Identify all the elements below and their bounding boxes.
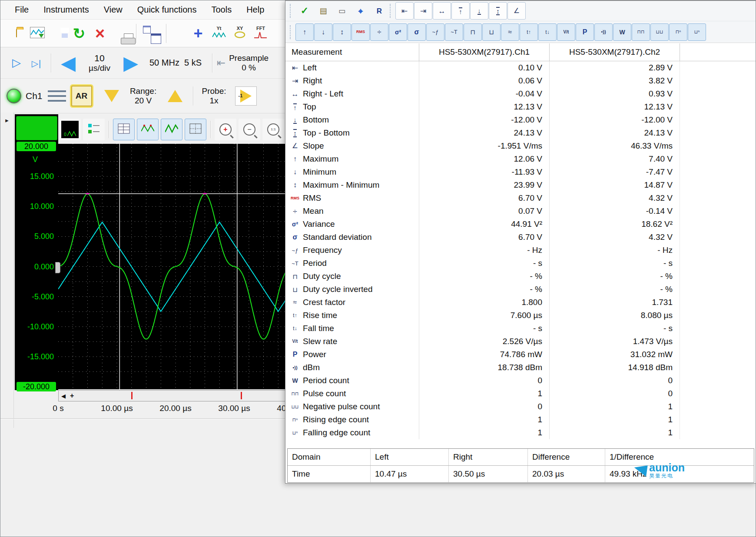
zoom-out-button[interactable]: − bbox=[239, 119, 260, 140]
minimum-button[interactable]: ↓ bbox=[314, 23, 332, 41]
frequency-button[interactable]: ~ƒ bbox=[426, 23, 444, 41]
axis-channel-header[interactable] bbox=[16, 116, 57, 140]
pulse-count-button[interactable]: ⊓⊓ bbox=[632, 23, 650, 41]
top-bottom-button[interactable]: ↕ bbox=[489, 2, 507, 20]
range-decrease-button[interactable] bbox=[104, 90, 119, 102]
toolbar-gripper[interactable] bbox=[290, 4, 292, 18]
measurement-row[interactable]: ↕Top - Bottom24.13 V24.13 V bbox=[285, 126, 756, 139]
measurement-row[interactable]: ⊓Duty cycle- %- % bbox=[285, 270, 756, 283]
slew-rate-button[interactable]: V/t bbox=[557, 23, 575, 41]
right-button[interactable]: ⇥ bbox=[414, 2, 432, 20]
top-button[interactable]: ↑ bbox=[451, 2, 470, 20]
scroll-left-icon[interactable] bbox=[61, 392, 66, 400]
accept-button[interactable]: ✓ bbox=[295, 2, 314, 20]
refresh-button[interactable]: ↻ bbox=[69, 22, 89, 45]
measurement-row[interactable]: PPower74.786 mW31.032 mW bbox=[285, 348, 756, 361]
toolbar-gripper[interactable] bbox=[290, 25, 292, 39]
measurement-row[interactable]: ⇤Left0.10 V2.89 V bbox=[285, 61, 756, 74]
delete-button[interactable]: × bbox=[90, 22, 110, 45]
add-graph-button[interactable]: + bbox=[188, 22, 208, 45]
xy-graph-button[interactable]: XY bbox=[230, 22, 250, 45]
menu-item-tools[interactable]: Tools bbox=[204, 0, 239, 19]
measurement-row[interactable]: ↑Maximum12.06 V7.40 V bbox=[285, 152, 756, 166]
fall-time-button[interactable]: t↓ bbox=[538, 23, 557, 41]
measurement-row[interactable]: ↑Top12.13 V12.13 V bbox=[285, 100, 756, 113]
measurement-row[interactable]: t↑Rise time7.600 µs8.080 µs bbox=[285, 309, 756, 322]
amplifier-button[interactable]: -1 bbox=[235, 86, 257, 106]
print-button[interactable] bbox=[111, 22, 131, 45]
measurement-row[interactable]: ÷Mean0.07 V-0.14 V bbox=[285, 205, 756, 218]
measurement-row[interactable]: ~TPeriod- s- s bbox=[285, 257, 756, 270]
duty-cycle-inverted-button[interactable]: ⊔ bbox=[482, 23, 501, 41]
channel-enabled-led[interactable] bbox=[7, 89, 21, 103]
window-layout-button[interactable] bbox=[141, 22, 161, 45]
rising-edge-count-button[interactable]: ⊓ⁿ bbox=[669, 23, 687, 41]
save-button[interactable] bbox=[48, 22, 68, 45]
reset-button[interactable]: R bbox=[370, 2, 388, 20]
measurement-row[interactable]: ↓Bottom-12.00 V-12.00 V bbox=[285, 113, 756, 126]
oneshot-button[interactable] bbox=[27, 52, 46, 74]
zoom-one-to-one-button[interactable]: 1:1 bbox=[262, 119, 284, 140]
measurement-row[interactable]: WPeriod count00 bbox=[285, 374, 756, 387]
range-increase-button[interactable] bbox=[168, 90, 182, 102]
peak-markers-button[interactable] bbox=[137, 119, 159, 140]
right-left-button[interactable]: ↔ bbox=[433, 2, 451, 20]
toolbar-gripper[interactable] bbox=[390, 4, 392, 18]
coupling-icon[interactable] bbox=[48, 90, 66, 102]
menu-item-instruments[interactable]: Instruments bbox=[36, 0, 96, 19]
measurement-row[interactable]: ≈Crest factor1.8001.731 bbox=[285, 296, 756, 309]
menu-item-quick-functions[interactable]: Quick functions bbox=[130, 0, 204, 19]
pin-button[interactable]: ⌖ bbox=[351, 2, 370, 20]
bottom-button[interactable]: ↓ bbox=[470, 2, 488, 20]
measurement-row[interactable]: ⊔Duty cycle inverted- %- % bbox=[285, 283, 756, 296]
cursor-right-marker[interactable] bbox=[241, 392, 242, 399]
measurement-row[interactable]: t↓Fall time- s- s bbox=[285, 322, 756, 335]
measurement-row[interactable]: ↓Minimum-11.93 V-7.47 V bbox=[285, 166, 756, 179]
duty-cycle-button[interactable]: ⊓ bbox=[464, 23, 482, 41]
grid-toggle-button[interactable] bbox=[185, 119, 206, 140]
measurement-row[interactable]: ~ƒFrequency- Hz- Hz bbox=[285, 244, 756, 257]
rise-time-button[interactable]: t↑ bbox=[520, 23, 538, 41]
measurement-row[interactable]: σStandard deviation6.70 V4.32 V bbox=[285, 231, 756, 244]
variance-button[interactable]: σ² bbox=[389, 23, 407, 41]
trigger-position-icon[interactable] bbox=[70, 392, 74, 400]
load-waveform-button[interactable] bbox=[27, 22, 47, 45]
measurement-row[interactable]: ⊔ⁿFalling edge count11 bbox=[285, 426, 756, 439]
crest-factor-button[interactable]: ≈ bbox=[501, 23, 519, 41]
start-button[interactable] bbox=[7, 52, 27, 74]
timebase-decrease-button[interactable] bbox=[56, 51, 81, 75]
panel-expand-button[interactable] bbox=[2, 115, 12, 126]
measurement-row[interactable]: ↕Maximum - Minimum23.99 V14.87 V bbox=[285, 179, 756, 192]
measurement-row[interactable]: ⇥Right0.06 V3.82 V bbox=[285, 74, 756, 87]
measurement-row[interactable]: V/tSlew rate2.526 V/µs1.473 V/µs bbox=[285, 335, 756, 348]
slope-button[interactable]: ∠ bbox=[507, 2, 526, 20]
maximum-minimum-button[interactable]: ↕ bbox=[333, 23, 351, 41]
measurement-row[interactable]: ⊔⊔Negative pulse count01 bbox=[285, 400, 756, 413]
cursor-left-marker[interactable] bbox=[131, 392, 133, 399]
falling-edge-count-button[interactable]: ⊔ⁿ bbox=[688, 23, 706, 41]
legend-button[interactable] bbox=[83, 119, 105, 140]
mean-button[interactable]: ÷ bbox=[370, 23, 388, 41]
left-button[interactable]: ⇤ bbox=[395, 2, 414, 20]
autorange-button[interactable]: AR bbox=[71, 86, 92, 106]
ruler-button[interactable]: ▭ bbox=[333, 2, 351, 20]
yt-graph-button[interactable]: Yt bbox=[209, 22, 229, 45]
measurement-row[interactable]: •))dBm18.738 dBm14.918 dBm bbox=[285, 361, 756, 374]
period-count-button[interactable]: W bbox=[613, 23, 631, 41]
time-scrollbar[interactable] bbox=[58, 390, 286, 401]
standard-deviation-button[interactable]: σ bbox=[408, 23, 426, 41]
fft-graph-button[interactable]: FFT bbox=[251, 22, 271, 45]
menu-item-help[interactable]: Help bbox=[239, 0, 272, 19]
measurement-row[interactable]: ↔Right - Left-0.04 V0.93 V bbox=[285, 87, 756, 100]
open-button[interactable] bbox=[7, 22, 27, 45]
period-button[interactable]: ~T bbox=[445, 23, 463, 41]
dbm-button[interactable]: •)) bbox=[594, 23, 613, 41]
measurement-row[interactable]: ∠Slope-1.951 V/ms46.33 V/ms bbox=[285, 139, 756, 152]
value-table-button[interactable] bbox=[113, 119, 135, 140]
scope-plot[interactable] bbox=[58, 144, 286, 389]
copy-button[interactable]: ▤ bbox=[314, 2, 332, 20]
timebase-increase-button[interactable] bbox=[118, 51, 143, 75]
waveform-style-button[interactable] bbox=[161, 119, 182, 140]
measurement-row[interactable]: σ²Variance44.91 V²18.62 V² bbox=[285, 218, 756, 231]
menu-item-file[interactable]: File bbox=[7, 0, 36, 19]
